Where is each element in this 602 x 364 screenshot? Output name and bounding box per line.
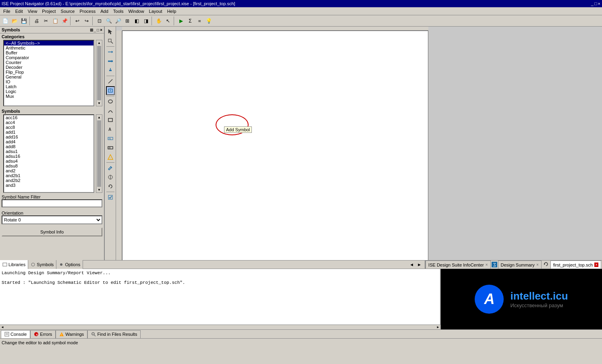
toolbar-redo[interactable]: ↪ (82, 17, 91, 25)
nav-tab-options[interactable]: Options (56, 260, 83, 269)
zoom-box-tool-btn[interactable] (106, 37, 115, 46)
nav-tab-libraries[interactable]: Libraries (0, 260, 28, 269)
symbol-info-button[interactable]: Symbol Info (2, 228, 102, 236)
category-arithmetic[interactable]: Arithmetic (4, 46, 93, 50)
bus-tool-btn[interactable] (106, 57, 115, 66)
add-symbol-btn[interactable] (106, 86, 115, 95)
toolbar-zoom-prev[interactable]: ◧ (132, 17, 141, 25)
menu-tools[interactable]: Tools (111, 8, 126, 14)
toolbar-cut[interactable]: ✂ (42, 17, 50, 25)
menu-source[interactable]: Source (58, 8, 77, 14)
select-tool-btn[interactable] (106, 27, 115, 36)
edit-attrs-btn[interactable] (106, 163, 115, 172)
console-tab-console[interactable]: Console (1, 330, 30, 338)
schematic-canvas[interactable] (122, 31, 428, 260)
tab-design-summary[interactable]: Design Summary × (498, 261, 542, 269)
symbol-adsu4[interactable]: adsu4 (4, 159, 93, 163)
symbol-adsu1[interactable]: adsu1 (4, 149, 93, 154)
toolbar-copy[interactable]: 📋 (51, 17, 60, 25)
category-all[interactable]: <--All Symbols--> (4, 41, 93, 46)
minimize-button[interactable]: _ (591, 1, 594, 6)
console-hscrollbar[interactable]: ◄ ► (0, 325, 440, 329)
marker-tool-btn[interactable]: ! (106, 153, 115, 161)
rotate-btn[interactable] (106, 182, 115, 191)
menu-window[interactable]: Window (126, 8, 146, 14)
console-tab-warnings[interactable]: ! Warnings (56, 330, 87, 338)
tab-infocentre[interactable]: ISE Design Suite InfoCenter × (426, 261, 490, 269)
category-io[interactable]: IO (4, 79, 93, 84)
toolbar-zoom-fit[interactable]: ⊡ (95, 17, 104, 25)
netname-tool-btn[interactable]: N (106, 134, 115, 143)
menu-process[interactable]: Process (77, 8, 98, 14)
busconn-tool-btn[interactable] (106, 66, 115, 75)
toolbar-save[interactable]: 💾 (19, 17, 28, 25)
category-buffer[interactable]: Buffer (4, 50, 93, 55)
menu-help[interactable]: Help (165, 8, 179, 14)
toolbar-check[interactable]: ∝ (195, 17, 204, 25)
busname-tool-btn[interactable]: B (106, 143, 115, 152)
tab-schematic-close[interactable]: × (594, 263, 598, 267)
nav-arrow-left[interactable]: ◄ (408, 262, 415, 267)
toolbar-zoom-sel[interactable]: ⊞ (123, 17, 132, 25)
symbol-add1[interactable]: add1 (4, 130, 93, 134)
panel-close-icon[interactable]: × (100, 28, 102, 32)
nav-tab-symbols[interactable]: Symbols (28, 260, 56, 269)
panel-minimize-icon[interactable]: _ (94, 28, 96, 32)
toolbar-pan[interactable]: ✋ (154, 17, 163, 25)
arc-tool-btn[interactable] (106, 106, 115, 115)
tab-schematic[interactable]: first_project_top.sch × (550, 261, 601, 269)
panel-pin-icon[interactable]: ⊞ (90, 28, 93, 32)
wire-tool-btn[interactable] (106, 48, 115, 56)
menu-file[interactable]: File (1, 8, 13, 14)
nav-arrow-right[interactable]: ► (415, 262, 423, 267)
toolbar-run[interactable]: ▶ (176, 17, 185, 25)
symbol-add4[interactable]: add4 (4, 139, 93, 144)
toolbar-sel[interactable]: ↖ (164, 17, 172, 25)
tab-infocentre-close[interactable]: × (486, 263, 488, 267)
toolbar-new[interactable]: 📄 (1, 17, 10, 25)
tab-design-summary-close[interactable]: × (536, 263, 539, 267)
symbol-acc8[interactable]: acc8 (4, 125, 93, 130)
menu-layout[interactable]: Layout (147, 8, 165, 14)
toolbar-undo[interactable]: ↩ (73, 17, 82, 25)
panel-maximize-icon[interactable]: □ (97, 28, 99, 32)
symbol-and2b2[interactable]: and2b2 (4, 178, 93, 183)
symbols-listbox[interactable]: acc16 acc4 acc8 add1 add16 add4 add8 ads… (3, 114, 94, 193)
ellipse-tool-btn[interactable] (106, 97, 115, 106)
orientation-select[interactable]: Rotate 0 Rotate 90 Rotate 180 Rotate 270… (2, 215, 102, 224)
menu-add[interactable]: Add (98, 8, 111, 14)
text-tool-btn[interactable]: A (106, 125, 115, 134)
category-latch[interactable]: Latch (4, 84, 93, 89)
symbol-and2b1[interactable]: and2b1 (4, 173, 93, 178)
symbol-and3[interactable]: and3 (4, 183, 93, 188)
menu-project[interactable]: Project (39, 8, 58, 14)
canvas-area[interactable]: Add Symbol (116, 27, 602, 260)
symbol-adsu8[interactable]: adsu8 (4, 163, 93, 168)
toolbar-zoom-in[interactable]: 🔍 (104, 17, 113, 25)
console-tab-errors[interactable]: ✕ Errors (30, 330, 56, 338)
checkdesign-btn[interactable] (106, 193, 115, 202)
category-comparator[interactable]: Comparator (4, 55, 93, 60)
toolbar-zoom-out[interactable]: 🔎 (114, 17, 122, 25)
symbol-adsu16[interactable]: adsu16 (4, 154, 93, 159)
toolbar-step[interactable]: Σ (186, 17, 195, 25)
toolbar-lamp[interactable]: 💡 (204, 17, 213, 25)
line-tool-btn[interactable] (106, 77, 115, 86)
toolbar-paste[interactable]: 📌 (60, 17, 69, 25)
console-tab-findfiles[interactable]: Find in Files Results (87, 330, 141, 338)
mirror-btn[interactable] (106, 173, 115, 182)
category-flipflop[interactable]: Flip_Flop (4, 70, 93, 74)
category-general[interactable]: General (4, 74, 93, 79)
maximize-button[interactable]: □ (594, 1, 597, 6)
tab-refresh-icon[interactable] (542, 261, 550, 269)
category-decoder[interactable]: Decoder (4, 65, 93, 70)
toolbar-print[interactable]: 🖨 (32, 17, 41, 25)
symbol-add16[interactable]: add16 (4, 134, 93, 139)
symbol-acc4[interactable]: acc4 (4, 120, 93, 125)
toolbar-zoom-next[interactable]: ◨ (141, 17, 150, 25)
categories-listbox[interactable]: <--All Symbols--> Arithmetic Buffer Comp… (3, 40, 94, 106)
close-button[interactable]: × (598, 1, 600, 6)
category-logic[interactable]: Logic (4, 89, 93, 94)
category-counter[interactable]: Counter (4, 60, 93, 65)
rect-tool-btn[interactable] (106, 116, 115, 124)
